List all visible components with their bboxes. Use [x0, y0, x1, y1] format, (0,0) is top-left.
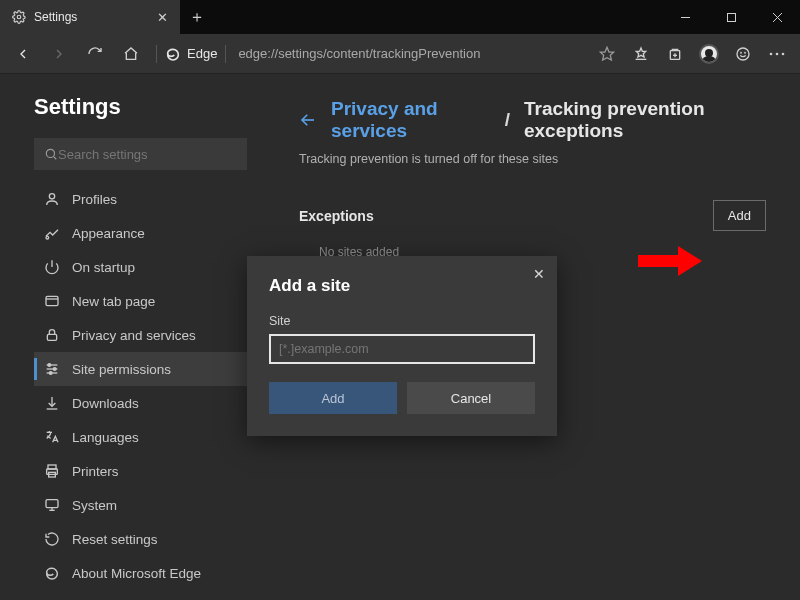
- site-identity-label: Edge: [187, 46, 217, 61]
- svg-point-28: [48, 364, 51, 367]
- add-site-dialog: ✕ Add a site Site Add Cancel: [247, 256, 557, 436]
- annotation-arrow-icon: [638, 246, 702, 276]
- home-button[interactable]: [114, 38, 148, 70]
- sidebar-item-languages[interactable]: Languages: [34, 420, 247, 454]
- dialog-close-icon[interactable]: ✕: [533, 266, 545, 282]
- separator: [156, 45, 157, 63]
- profile-icon: [44, 191, 60, 207]
- forward-button: [42, 38, 76, 70]
- sidebar-item-label: Printers: [72, 464, 119, 479]
- separator: [225, 45, 226, 63]
- window-close-button[interactable]: [754, 0, 800, 34]
- appearance-icon: [44, 225, 60, 241]
- breadcrumb-back-icon[interactable]: [299, 111, 317, 129]
- svg-point-20: [46, 236, 49, 239]
- feedback-button[interactable]: [726, 38, 760, 70]
- favorite-button[interactable]: [590, 38, 624, 70]
- breadcrumb-separator: /: [505, 109, 510, 131]
- sidebar-item-about-microsoft-edge[interactable]: About Microsoft Edge: [34, 556, 247, 590]
- newtab-icon: [44, 293, 60, 309]
- sidebar-item-new-tab-page[interactable]: New tab page: [34, 284, 247, 318]
- sidebar-item-label: Languages: [72, 430, 139, 445]
- svg-line-18: [54, 157, 57, 160]
- settings-sidebar: Settings ProfilesAppearanceOn startupNew…: [0, 74, 265, 600]
- address-bar: Edge edge://settings/content/trackingPre…: [0, 34, 800, 74]
- new-tab-button[interactable]: ＋: [180, 0, 214, 34]
- window-controls: [662, 0, 800, 34]
- sidebar-item-on-startup[interactable]: On startup: [34, 250, 247, 284]
- svg-point-0: [17, 15, 21, 19]
- sidebar-item-label: Profiles: [72, 192, 117, 207]
- svg-point-11: [737, 48, 749, 60]
- menu-button[interactable]: [760, 38, 794, 70]
- maximize-button[interactable]: [708, 0, 754, 34]
- sidebar-search[interactable]: [34, 138, 247, 170]
- power-icon: [44, 259, 60, 275]
- url-text[interactable]: edge://settings/content/trackingPreventi…: [238, 46, 480, 61]
- refresh-button[interactable]: [78, 38, 112, 70]
- sidebar-item-printers[interactable]: Printers: [34, 454, 247, 488]
- svg-marker-41: [678, 246, 702, 276]
- tab-title: Settings: [34, 10, 77, 24]
- dialog-add-button[interactable]: Add: [269, 382, 397, 414]
- svg-point-29: [53, 368, 56, 371]
- sidebar-item-reset-settings[interactable]: Reset settings: [34, 522, 247, 556]
- dialog-field-label: Site: [269, 314, 535, 328]
- svg-rect-2: [727, 13, 735, 21]
- breadcrumb-link[interactable]: Privacy and services: [331, 98, 491, 142]
- printer-icon: [44, 463, 60, 479]
- gear-icon: [12, 10, 26, 24]
- lock-icon: [44, 327, 60, 343]
- tab-close-icon[interactable]: ✕: [157, 10, 168, 25]
- sidebar-item-privacy-and-services[interactable]: Privacy and services: [34, 318, 247, 352]
- profile-button[interactable]: [692, 38, 726, 70]
- svg-point-16: [782, 52, 785, 55]
- dialog-cancel-button[interactable]: Cancel: [407, 382, 535, 414]
- sidebar-item-label: On startup: [72, 260, 135, 275]
- svg-rect-24: [47, 334, 56, 340]
- sidebar-item-system[interactable]: System: [34, 488, 247, 522]
- sidebar-item-label: Privacy and services: [72, 328, 196, 343]
- sidebar-item-downloads[interactable]: Downloads: [34, 386, 247, 420]
- system-icon: [44, 497, 60, 513]
- sidebar-item-site-permissions[interactable]: Site permissions: [34, 352, 247, 386]
- search-icon: [44, 147, 58, 161]
- reset-icon: [44, 531, 60, 547]
- sidebar-item-label: New tab page: [72, 294, 155, 309]
- add-button[interactable]: Add: [713, 200, 766, 231]
- minimize-button[interactable]: [662, 0, 708, 34]
- svg-point-14: [770, 52, 773, 55]
- svg-point-19: [49, 194, 54, 199]
- sidebar-item-label: Site permissions: [72, 362, 171, 377]
- svg-rect-40: [638, 255, 678, 267]
- back-button[interactable]: [6, 38, 40, 70]
- sidebar-item-label: Downloads: [72, 396, 139, 411]
- browser-tab[interactable]: Settings ✕: [0, 0, 180, 34]
- svg-rect-36: [46, 500, 58, 508]
- svg-point-30: [49, 372, 52, 375]
- sidebar-item-appearance[interactable]: Appearance: [34, 216, 247, 250]
- edge-icon: [165, 46, 181, 62]
- sidebar-item-label: About Microsoft Edge: [72, 566, 201, 581]
- section-title: Exceptions: [299, 208, 374, 224]
- language-icon: [44, 429, 60, 445]
- sidebar-item-profiles[interactable]: Profiles: [34, 182, 247, 216]
- dialog-buttons: Add Cancel: [269, 382, 535, 414]
- svg-point-17: [46, 149, 54, 157]
- title-bar: Settings ✕ ＋: [0, 0, 800, 34]
- download-icon: [44, 395, 60, 411]
- site-input[interactable]: [269, 334, 535, 364]
- avatar-icon: [699, 44, 719, 64]
- svg-point-13: [745, 52, 746, 53]
- search-input[interactable]: [58, 147, 237, 162]
- permissions-icon: [44, 361, 60, 377]
- site-identity[interactable]: Edge: [165, 46, 217, 62]
- collections-button[interactable]: [658, 38, 692, 70]
- sidebar-item-label: Reset settings: [72, 532, 158, 547]
- svg-point-12: [741, 52, 742, 53]
- breadcrumb-current: Tracking prevention exceptions: [524, 98, 766, 142]
- svg-marker-5: [600, 47, 613, 60]
- favorites-list-button[interactable]: [624, 38, 658, 70]
- sidebar-item-label: System: [72, 498, 117, 513]
- exceptions-section-header: Exceptions Add: [299, 200, 766, 231]
